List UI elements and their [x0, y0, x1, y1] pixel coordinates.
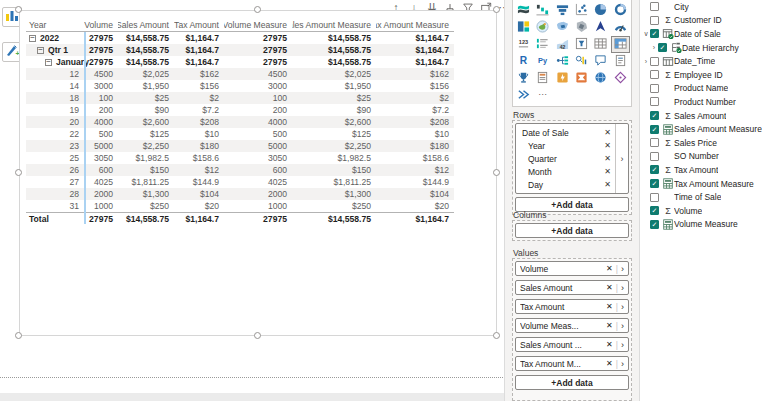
- matrix-column-header[interactable]: Sales Amount Measure: [292, 18, 376, 32]
- values-field-sales-amount-[interactable]: Sales Amount ...✕|›: [515, 337, 629, 352]
- resize-handle-bottom-left[interactable]: [15, 332, 22, 339]
- values-field-sales-amount[interactable]: Sales Amount✕|›: [515, 280, 629, 295]
- field-checkbox[interactable]: [650, 2, 659, 11]
- matrix-row-header[interactable]: 12: [26, 68, 84, 80]
- funnel-chart-visual-button[interactable]: [553, 2, 572, 19]
- r-script-visual-button[interactable]: R: [514, 53, 533, 70]
- gauge-visual-button[interactable]: [611, 19, 630, 36]
- waterfall-chart-visual-button[interactable]: [533, 2, 552, 19]
- resize-handle-bottom-mid[interactable]: [254, 332, 261, 339]
- resize-handle-left-mid[interactable]: [15, 169, 22, 176]
- field-item-date-time[interactable]: ›Date_Time: [640, 54, 768, 68]
- slicer-visual-button[interactable]: [572, 36, 591, 53]
- field-options-chevron-icon[interactable]: ›: [621, 340, 624, 350]
- matrix-row-header[interactable]: 25: [26, 152, 84, 164]
- collapse-icon[interactable]: [37, 47, 44, 54]
- ribbon-chart-visual-button[interactable]: [514, 2, 533, 19]
- power-automate-visual-button[interactable]: [572, 70, 591, 87]
- qa-visual-visual-button[interactable]: [591, 53, 610, 70]
- paginated-report-visual-button[interactable]: [533, 70, 552, 87]
- treemap-visual-button[interactable]: [514, 19, 533, 36]
- matrix-row-header[interactable]: 20: [26, 116, 84, 128]
- remove-field-icon[interactable]: ✕: [604, 154, 611, 163]
- field-item-volume[interactable]: ✓ΣVolume: [640, 204, 768, 218]
- matrix-row-header[interactable]: 18: [26, 92, 84, 104]
- matrix-row-header[interactable]: 28: [26, 188, 84, 200]
- shape-map-visual-button[interactable]: [572, 19, 591, 36]
- field-item-date-of-sale[interactable]: ∨✓Date of Sale: [640, 27, 768, 41]
- remove-field-icon[interactable]: ✕: [606, 283, 613, 292]
- remove-field-icon[interactable]: ✕: [606, 264, 613, 273]
- field-checkbox[interactable]: ✓: [650, 29, 659, 38]
- field-checkbox[interactable]: [650, 70, 659, 79]
- matrix-visual-button[interactable]: [611, 36, 630, 53]
- rows-field-date-of-sale[interactable]: Date of Sale✕: [516, 126, 615, 139]
- field-item-date-hierarchy[interactable]: ›✓Date Hierarchy: [640, 41, 768, 55]
- matrix-row-header[interactable]: Total: [26, 212, 84, 224]
- globe-visual-visual-button[interactable]: [591, 70, 610, 87]
- streaming-visual-visual-button[interactable]: [514, 87, 533, 104]
- matrix-row-header[interactable]: 23: [26, 140, 84, 152]
- matrix-row-header[interactable]: January: [26, 56, 84, 68]
- field-checkbox[interactable]: ✓: [650, 165, 659, 174]
- values-field-tax-amount-m-[interactable]: Tax Amount M...✕|›: [515, 356, 629, 371]
- expand-chevron-icon[interactable]: ∨: [642, 30, 650, 38]
- rows-hierarchy-expand-chevron[interactable]: ›: [615, 124, 628, 193]
- matrix-row-header[interactable]: 2022: [26, 32, 84, 44]
- resize-handle-bottom-right[interactable]: [493, 332, 500, 339]
- field-checkbox[interactable]: ✓: [658, 43, 667, 52]
- field-item-customer-id[interactable]: ΣCustomer ID: [640, 14, 768, 28]
- custom-visual-visual-button[interactable]: [611, 70, 630, 87]
- matrix-row-header[interactable]: 26: [26, 164, 84, 176]
- rows-field-year[interactable]: Year✕: [516, 139, 615, 152]
- matrix-column-header[interactable]: Year: [26, 18, 84, 32]
- remove-field-icon[interactable]: ✕: [606, 321, 613, 330]
- resize-handle-right-mid[interactable]: [493, 169, 500, 176]
- matrix-row-header[interactable]: Qtr 1: [26, 44, 84, 56]
- values-field-volume-meas-[interactable]: Volume Meas...✕|›: [515, 318, 629, 333]
- rows-well[interactable]: Date of Sale✕Year✕Quarter✕Month✕Day✕ › +…: [512, 120, 632, 215]
- field-item-city[interactable]: City: [640, 0, 768, 14]
- remove-field-icon[interactable]: ✕: [604, 167, 611, 176]
- field-checkbox[interactable]: [650, 97, 659, 106]
- remove-field-icon[interactable]: ✕: [604, 180, 611, 189]
- matrix-row-header[interactable]: 14: [26, 80, 84, 92]
- field-item-sales-price[interactable]: ΣSales Price: [640, 136, 768, 150]
- columns-add-data-button[interactable]: +Add data: [515, 223, 629, 238]
- field-options-chevron-icon[interactable]: ›: [621, 321, 624, 331]
- field-checkbox[interactable]: [650, 84, 659, 93]
- pie-chart-visual-button[interactable]: [591, 2, 610, 19]
- rows-field-day[interactable]: Day✕: [516, 178, 615, 191]
- columns-well[interactable]: +Add data: [512, 220, 632, 241]
- field-checkbox[interactable]: [650, 138, 659, 147]
- field-item-sales-amount[interactable]: ✓ΣSales Amount: [640, 109, 768, 123]
- field-item-product-name[interactable]: Product Name: [640, 82, 768, 96]
- matrix-row-header[interactable]: 27: [26, 176, 84, 188]
- matrix-row-header[interactable]: 31: [26, 200, 84, 212]
- field-item-product-number[interactable]: Product Number: [640, 95, 768, 109]
- card-visual-button[interactable]: 123: [514, 36, 533, 53]
- matrix-column-header[interactable]: Tax Amount: [174, 18, 224, 32]
- field-item-sales-amount-measure[interactable]: ✓Sales Amount Measure: [640, 122, 768, 136]
- field-checkbox[interactable]: [650, 16, 659, 25]
- python-visual-visual-button[interactable]: Py: [533, 53, 552, 70]
- decomposition-tree-visual-button[interactable]: [553, 53, 572, 70]
- matrix-column-header[interactable]: Volume Measure: [224, 18, 292, 32]
- values-field-volume[interactable]: Volume✕|›: [515, 261, 629, 276]
- field-checkbox[interactable]: ✓: [650, 179, 659, 188]
- arcgis-map-visual-button[interactable]: [591, 19, 610, 36]
- field-options-chevron-icon[interactable]: ›: [621, 283, 624, 293]
- field-item-employee-id[interactable]: ΣEmployee ID: [640, 68, 768, 82]
- filled-map-visual-button[interactable]: [553, 19, 572, 36]
- expand-chevron-icon[interactable]: ›: [642, 58, 650, 65]
- field-checkbox[interactable]: [650, 57, 659, 66]
- field-checkbox[interactable]: ✓: [650, 206, 659, 215]
- metrics-visual-button[interactable]: [514, 70, 533, 87]
- resize-handle-top-left[interactable]: [15, 6, 22, 13]
- field-checkbox[interactable]: ✓: [650, 125, 659, 134]
- field-checkbox[interactable]: ✓: [650, 220, 659, 229]
- expand-chevron-icon[interactable]: ›: [650, 44, 658, 51]
- remove-field-icon[interactable]: ✕: [606, 340, 613, 349]
- field-item-volume-measure[interactable]: ✓Volume Measure: [640, 218, 768, 232]
- map-visual-button[interactable]: [533, 19, 552, 36]
